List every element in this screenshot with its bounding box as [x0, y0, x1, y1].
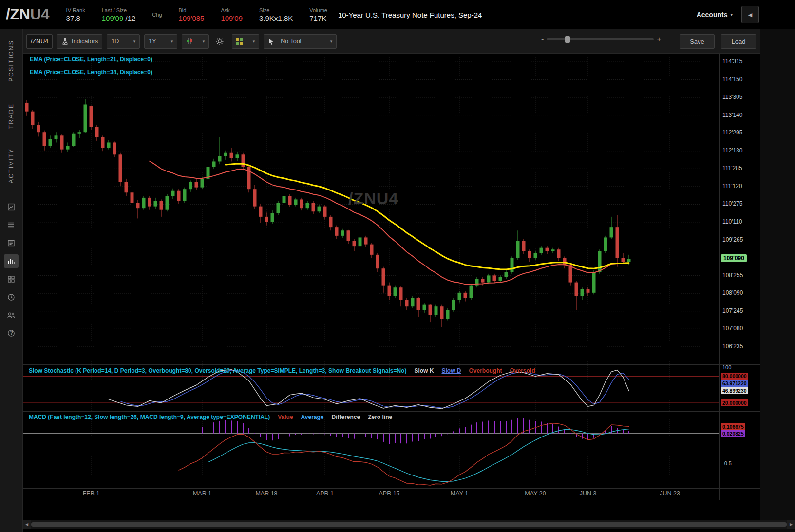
stochastic-study-label: Slow Stochastic (K Period=14, D Period=3…: [29, 367, 406, 374]
time-axis-label: APR 1: [310, 490, 340, 497]
price-chart-canvas[interactable]: [23, 54, 719, 364]
ema21-label: EMA (Price=CLOSE, Length=21, Displace=0): [30, 56, 152, 63]
price-axis-label: 112'295: [722, 129, 742, 136]
cursor-icon: [268, 38, 275, 45]
legend-difference: Difference: [331, 414, 360, 420]
grid-layout-dropdown[interactable]: ▾: [232, 34, 259, 49]
symbol-input[interactable]: /ZNU4: [26, 34, 53, 49]
people-icon[interactable]: [4, 308, 19, 322]
chart-settings-button[interactable]: [213, 34, 229, 49]
sidebar-tab-positions[interactable]: POSITIONS: [8, 40, 15, 82]
timeframe-dropdown[interactable]: 1D▾: [107, 34, 140, 49]
symbol-suffix: U4: [30, 6, 50, 23]
report-icon[interactable]: [4, 200, 19, 214]
time-axis-label: JUN 3: [573, 490, 603, 497]
quote-field-iv-rank: IV Rank 37.8: [66, 7, 85, 23]
price-axis-label: 113'305: [722, 94, 742, 100]
field-label: Size: [259, 7, 293, 14]
price-axis-label: 108'255: [722, 272, 743, 279]
time-axis-label: MAR 1: [188, 490, 217, 497]
drawing-tool-dropdown[interactable]: No Tool ▾: [264, 34, 337, 49]
macd-axis-label: -0.5: [722, 460, 732, 466]
chevron-down-icon: ▾: [249, 39, 255, 44]
accounts-label: Accounts: [697, 11, 728, 19]
time-axis[interactable]: FEB 1MAR 1MAR 18APR 1APR 15MAY 1MAY 20JU…: [23, 489, 719, 500]
last-size-value: 109'09 /12: [102, 14, 136, 23]
quote-field-bid: Bid 109'085: [179, 7, 205, 23]
zoom-in-button[interactable]: +: [654, 35, 664, 44]
price-axis-label: 109'265: [722, 236, 743, 243]
svg-text:?: ?: [10, 330, 13, 336]
timeframe-value: 1D: [111, 38, 119, 45]
legend-slow-k: Slow K: [414, 367, 434, 374]
time-axis-label: MAY 1: [445, 490, 474, 497]
time-axis-label: APR 15: [375, 490, 404, 497]
price-axis-label: 111'120: [722, 183, 742, 190]
quote-field-size: Size 3.9Kx1.8K: [259, 7, 293, 23]
field-label: Chg: [152, 11, 162, 18]
scroll-right-arrow[interactable]: ▶: [787, 520, 795, 529]
save-button[interactable]: Save: [680, 34, 715, 49]
legend-zero-line: Zero line: [368, 414, 392, 420]
stochastic-axis[interactable]: 100 80.00000063.97122046.89923020.000000: [720, 365, 760, 411]
scroll-left-arrow[interactable]: ◀: [23, 520, 31, 529]
accounts-menu[interactable]: Accounts▾: [697, 11, 733, 19]
legend-value: Value: [278, 414, 293, 420]
field-label: Ask: [221, 7, 243, 14]
chart-icon[interactable]: [4, 254, 19, 268]
zoom-slider[interactable]: [547, 38, 654, 40]
range-value: 1Y: [149, 38, 156, 45]
collapse-panel-button[interactable]: ◀: [741, 6, 759, 23]
sidebar-tab-trade[interactable]: TRADE: [8, 103, 15, 129]
zoom-out-button[interactable]: -: [538, 35, 547, 44]
macd-legend: MACD (Fast length=12, Slow length=26, MA…: [29, 414, 392, 420]
legend-average: Average: [301, 414, 324, 420]
help-icon[interactable]: ?: [4, 326, 19, 340]
field-label: IV Rank: [66, 7, 85, 14]
current-price-chip: 109'090: [721, 254, 747, 262]
stoch-value-chip: 20.000000: [721, 399, 748, 406]
price-axis-label: 107'245: [722, 307, 743, 314]
symbol-root: /ZN: [6, 6, 30, 23]
stochastic-panel[interactable]: Slow Stochastic (K Period=14, D Period=3…: [23, 365, 719, 411]
price-axis-label: 113'140: [722, 112, 742, 118]
indicators-button[interactable]: Indicators: [57, 34, 102, 49]
tool-label: No Tool: [281, 38, 301, 45]
grid-icon[interactable]: [4, 272, 19, 286]
stoch-value-chip: 46.899230: [721, 387, 748, 394]
price-axis-label: 114'315: [722, 58, 742, 65]
last-value: 109'09: [102, 14, 124, 22]
indicators-label: Indicators: [72, 38, 98, 45]
price-axis[interactable]: 114'315114'150113'305113'140112'295112'1…: [720, 54, 760, 364]
history-icon[interactable]: [4, 290, 19, 304]
size-value: 3.9Kx1.8K: [259, 14, 293, 23]
chart-scrollbar[interactable]: ◀ ▶: [23, 520, 795, 529]
list-icon[interactable]: [4, 218, 19, 232]
field-label: Last / Size: [102, 7, 136, 14]
order-ticket-icon[interactable]: [4, 236, 19, 250]
macd-axis[interactable]: -0.5 0.1066750.020825: [720, 412, 760, 488]
ema34-label: EMA (Price=CLOSE, Length=34, Displace=0): [30, 69, 152, 76]
chart-style-dropdown[interactable]: ▾: [182, 34, 209, 49]
macd-canvas[interactable]: [23, 412, 719, 488]
panel-divider[interactable]: [23, 411, 760, 412]
quote-header: /ZNU4 IV Rank 37.8 Last / Size 109'09 /1…: [0, 0, 795, 29]
price-axis-label: 114'150: [722, 76, 742, 83]
stoch-value-chip: 80.000000: [721, 373, 748, 380]
sidebar-tab-activity[interactable]: ACTIVITY: [8, 148, 15, 183]
legend-slow-d: Slow D: [441, 367, 461, 374]
range-dropdown[interactable]: 1Y▾: [144, 34, 177, 49]
legend-oversold: Oversold: [510, 367, 535, 374]
time-axis-label: FEB 1: [76, 490, 106, 497]
load-button[interactable]: Load: [721, 34, 756, 49]
macd-panel[interactable]: MACD (Fast length=12, Slow length=26, MA…: [23, 412, 719, 488]
price-chart-panel[interactable]: /ZNU4 EMA (Price=CLOSE, Length=21, Displ…: [23, 54, 719, 364]
price-axis-label: 110'275: [722, 200, 742, 207]
axis-divider: [719, 54, 720, 500]
field-label: Volume: [309, 7, 327, 14]
panel-divider[interactable]: [23, 364, 760, 365]
zoom-slider-handle[interactable]: [565, 36, 570, 43]
chevron-down-icon: ▾: [730, 12, 733, 17]
scrollbar-thumb[interactable]: [31, 522, 787, 527]
chevron-down-icon: ▾: [199, 39, 205, 44]
